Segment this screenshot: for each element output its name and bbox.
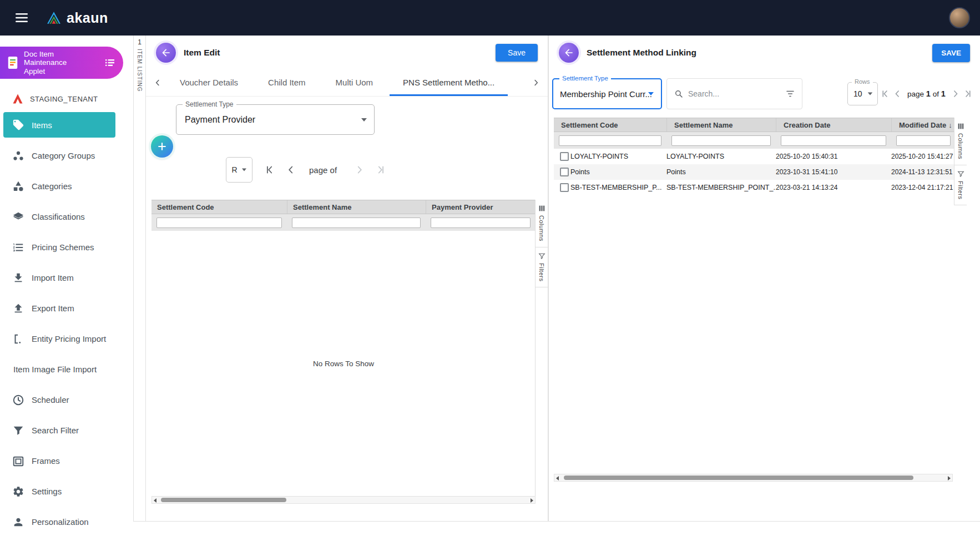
sidebar-item-frames[interactable]: Frames [0,446,133,476]
back-button[interactable] [559,43,579,63]
import-item-icon [12,272,24,284]
search-filter-icon [12,424,24,437]
filters-side-tab[interactable]: Filters [954,165,967,205]
sidebar-item-settings[interactable]: Settings [0,476,133,507]
sidebar-item-categories[interactable]: Categories [0,171,133,201]
sidebar-item-items[interactable]: Items [3,112,115,138]
item-edit-pagination: R page of [226,157,387,183]
sort-desc-icon: ↓ [948,121,952,129]
tab-voucher-details[interactable]: Voucher Details [165,69,253,96]
filter-payment-provider-input[interactable] [431,218,531,228]
scroll-right-arrow-icon[interactable] [948,476,951,481]
total-pages-number: 1 [941,89,946,98]
table-row[interactable]: LOYALTY-POINTS LOYALTY-POINTS 2025-10-20… [554,149,956,164]
settings-gear-icon [12,486,24,498]
sidebar-item-classifications[interactable]: Classifications [0,201,133,232]
filters-side-tab[interactable]: Filters [536,247,548,287]
settlement-type-select[interactable]: Settlement Type Membership Point Curr... [552,78,662,109]
rows-per-page-select[interactable]: Rows 10 [847,82,878,105]
save-button[interactable]: SAVE [932,44,970,62]
scrollbar-thumb[interactable] [161,498,286,502]
filter-settlement-code-input[interactable] [156,218,282,228]
table-row[interactable]: Points Points 2023-10-31 15:41:10 2024-1… [554,164,956,180]
no-rows-message: No Rows To Show [313,360,374,368]
next-page-button[interactable] [950,88,961,99]
sidebar-item-pricing-schemes[interactable]: Pricing Schemes [0,232,133,262]
table-row[interactable]: SB-TEST-MEMBERSHIP_P... SB-TEST-MEMBERSH… [554,180,956,195]
applet-menu-button[interactable] [103,56,117,69]
scroll-left-arrow-icon[interactable] [154,498,156,503]
first-page-button[interactable] [264,164,276,176]
tab-scroll-right-button[interactable] [529,75,543,90]
horizontal-scrollbar[interactable] [554,474,953,482]
next-page-button[interactable] [353,164,366,176]
rows-per-page-select[interactable]: R [226,157,252,183]
cell-settlement-code: SB-TEST-MEMBERSHIP_P... [570,184,666,191]
filter-creation-date-input[interactable] [781,135,886,146]
column-header-modified-date[interactable]: Modified Date ↓ [891,118,956,132]
save-button[interactable]: Save [496,44,538,62]
scheduler-icon [12,394,24,406]
sidebar-item-personalization[interactable]: Personalization [0,507,133,536]
horizontal-scrollbar[interactable] [151,496,536,504]
add-settlement-button[interactable] [151,135,173,158]
column-header-payment-provider[interactable]: Payment Provider [426,200,536,214]
topbar: akaun [0,0,980,36]
cell-creation-date: 2023-03-21 14:13:24 [776,184,891,191]
row-checkbox[interactable] [560,152,569,161]
filter-modified-date-input[interactable] [896,135,951,146]
sidebar-item-search-filter[interactable]: Search Filter [0,415,133,446]
user-avatar[interactable] [949,7,970,28]
column-header-settlement-code[interactable]: Settlement Code [151,200,287,214]
sidebar-item-item-image-file-import[interactable]: Item Image File Import [0,354,133,385]
cell-creation-date: 2025-10-20 15:40:31 [776,153,891,160]
sidebar-item-entity-pricing-import[interactable]: Entity Pricing Import [0,323,133,354]
last-page-button[interactable] [962,88,973,99]
scrollbar-thumb[interactable] [564,476,913,480]
filter-settlement-name-input[interactable] [671,135,771,146]
filter-settlement-code-input[interactable] [559,135,661,146]
categories-icon [12,180,24,193]
column-header-settlement-code[interactable]: Settlement Code [554,118,666,132]
columns-side-tab[interactable]: Columns [536,200,548,247]
search-icon [674,89,684,99]
prev-page-button[interactable] [285,164,297,176]
rows-per-page-value: R [231,165,237,174]
back-button[interactable] [156,43,176,63]
scroll-right-arrow-icon[interactable] [531,498,533,503]
sidebar-item-import-item[interactable]: Import Item [0,262,133,293]
table-header-row: Settlement Code Settlement Name Payment … [151,200,536,214]
frames-icon [12,455,24,467]
tab-child-item[interactable]: Child Item [253,69,321,96]
search-input[interactable] [688,89,781,98]
first-page-button[interactable] [880,88,891,99]
sidebar-item-export-item[interactable]: Export Item [0,293,133,323]
entity-pricing-import-icon [12,333,24,345]
settlement-type-label: Settlement Type [183,100,236,108]
columns-tab-label: Columns [538,215,545,241]
column-header-creation-date[interactable]: Creation Date [776,118,891,132]
sidebar-item-category-groups[interactable]: Category Groups [0,140,133,171]
of-word: of [933,90,939,98]
sidebar-item-scheduler[interactable]: Scheduler [0,385,133,415]
last-page-button[interactable] [375,164,387,176]
item-listing-strip[interactable]: 1 ITEM LISTING [133,36,145,522]
columns-side-tab[interactable]: Columns [954,118,967,165]
column-header-settlement-name[interactable]: Settlement Name [666,118,776,132]
tenant-icon [12,93,23,104]
filter-settlement-name-input[interactable] [292,218,421,228]
tab-scroll-left-button[interactable] [150,75,165,90]
applet-badge[interactable]: Doc Item Maintenance Applet [0,47,123,79]
tenant-row[interactable]: STAGING_TENANT [0,93,133,104]
row-checkbox[interactable] [560,168,569,176]
tab-multi-uom[interactable]: Multi Uom [321,69,388,96]
filter-list-icon[interactable] [785,89,795,99]
scroll-left-arrow-icon[interactable] [556,476,559,481]
row-checkbox[interactable] [560,183,569,192]
hamburger-menu-button[interactable] [12,9,31,26]
cell-settlement-name: SB-TEST-MEMBERSHIP_POINT_... [666,184,776,191]
column-header-settlement-name[interactable]: Settlement Name [287,200,426,214]
settlement-type-select[interactable]: Settlement Type Payment Provider [176,104,375,135]
tab-pns-settlement-method[interactable]: PNS Settlement Metho... [388,69,509,96]
prev-page-button[interactable] [892,88,903,99]
